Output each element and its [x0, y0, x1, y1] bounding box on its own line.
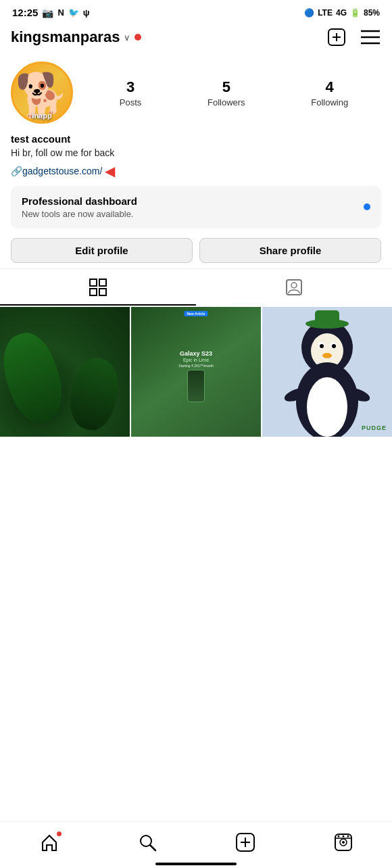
svg-rect-7	[99, 279, 106, 286]
content-tabs	[0, 268, 392, 306]
header-left: kingsmanparas ∨	[11, 28, 141, 46]
battery-icon: 🔋	[350, 8, 360, 18]
battery-percent: 85%	[364, 8, 380, 18]
add-post-button[interactable]	[326, 26, 347, 48]
grid-icon	[89, 279, 107, 296]
professional-dashboard[interactable]: Professional dashboard New tools are now…	[11, 186, 381, 228]
avatar-container[interactable]: 🐕 inapp	[11, 62, 73, 124]
avatar-label: inapp	[11, 112, 73, 120]
edit-profile-button[interactable]: Edit profile	[11, 238, 193, 263]
new-badge: New Article	[184, 311, 207, 316]
home-indicator	[155, 863, 237, 865]
pro-dot	[364, 203, 370, 210]
following-count: 4	[326, 78, 334, 96]
svg-point-35	[337, 836, 339, 838]
post-item[interactable]	[0, 307, 130, 437]
profile-name: test account	[11, 133, 381, 145]
profile-top: 🐕 inapp 3 Posts 5 Followers 4 Following	[11, 62, 381, 124]
username-label[interactable]: kingsmanparas	[11, 28, 120, 46]
samsung-title: Galaxy S23	[178, 350, 213, 357]
following-label: Following	[311, 97, 348, 107]
status-time: 12:25	[12, 7, 38, 18]
create-icon	[235, 832, 255, 852]
menu-button[interactable]	[360, 26, 381, 48]
reels-icon	[334, 833, 353, 852]
profile-bio: Hi br, foll ow me for back	[11, 147, 381, 160]
extra-icon: ψ	[83, 7, 90, 18]
action-buttons: Edit profile Share profile	[11, 238, 381, 263]
pudge-image	[262, 307, 392, 437]
post-item[interactable]: New Article Galaxy S23 Epic in Lime Star…	[131, 307, 261, 437]
posts-label: Posts	[120, 97, 142, 107]
followers-count: 5	[222, 78, 230, 96]
signal-bars-icon: 4G	[336, 8, 347, 18]
svg-rect-9	[99, 289, 106, 295]
svg-point-33	[342, 841, 345, 844]
status-left: 12:25 📷 N 🐦 ψ	[12, 7, 90, 18]
profile-link-row: 🔗 gadgetstouse.com/ ◀	[11, 163, 381, 179]
samsung-price: Starting ₹ 2917*/month	[178, 364, 213, 368]
svg-point-11	[291, 283, 297, 288]
pudge-label: PUDGE	[362, 425, 387, 431]
svg-point-17	[320, 344, 324, 348]
photo-grid: New Article Galaxy S23 Epic in Lime Star…	[0, 307, 392, 437]
svg-point-21	[307, 377, 347, 437]
tab-grid[interactable]	[0, 269, 196, 306]
nav-search[interactable]	[131, 830, 164, 854]
profile-stats: 3 Posts 5 Followers 4 Following	[87, 78, 381, 107]
followers-label: Followers	[207, 97, 245, 107]
red-arrow-annotation: ◀	[105, 163, 115, 179]
svg-point-36	[342, 836, 344, 838]
nav-reels[interactable]	[327, 830, 360, 854]
tab-tagged[interactable]	[196, 269, 392, 306]
nav-create[interactable]	[229, 830, 262, 854]
following-stat[interactable]: 4 Following	[311, 78, 348, 107]
bluetooth-icon: 🔵	[304, 8, 314, 18]
dropdown-chevron[interactable]: ∨	[124, 32, 130, 43]
svg-point-37	[347, 836, 349, 838]
status-right: 🔵 LTE 4G 🔋 85%	[304, 8, 380, 18]
svg-line-27	[150, 845, 155, 850]
instagram-status-icon: 📷	[42, 7, 53, 18]
svg-rect-23	[315, 310, 339, 325]
nav-home[interactable]	[33, 830, 66, 854]
pro-subtitle: New tools are now available.	[22, 209, 137, 219]
twitter-icon: 🐦	[68, 7, 79, 18]
samsung-subtitle: Epic in Lime	[178, 358, 213, 362]
svg-rect-6	[90, 279, 97, 286]
svg-point-18	[332, 344, 336, 348]
link-icon: 🔗	[11, 166, 22, 176]
profile-link-text[interactable]: gadgetstouse.com/	[22, 166, 102, 176]
posts-stat[interactable]: 3 Posts	[120, 78, 142, 107]
home-icon	[40, 833, 59, 852]
post-item[interactable]: PUDGE	[262, 307, 392, 437]
home-notification-dot	[57, 831, 62, 836]
share-profile-button[interactable]: Share profile	[199, 238, 381, 263]
followers-stat[interactable]: 5 Followers	[207, 78, 245, 107]
profile-section: 🐕 inapp 3 Posts 5 Followers 4 Following …	[0, 55, 392, 263]
home-bar-container	[0, 859, 392, 865]
wifi-icon: LTE	[318, 8, 333, 18]
person-tag-icon	[285, 279, 303, 296]
header-icons	[326, 26, 381, 48]
notification-dot	[134, 34, 141, 41]
pro-dashboard-text: Professional dashboard New tools are now…	[22, 195, 137, 219]
header: kingsmanparas ∨	[0, 22, 392, 55]
status-bar: 12:25 📷 N 🐦 ψ 🔵 LTE 4G 🔋 85%	[0, 0, 392, 22]
svg-rect-8	[90, 289, 97, 295]
phone-image	[187, 370, 205, 402]
svg-point-19	[322, 353, 332, 358]
pro-title: Professional dashboard	[22, 195, 137, 207]
search-icon	[138, 833, 157, 852]
bio-text: Hi br, foll ow me for back	[11, 147, 114, 158]
profile-info: test account Hi br, foll ow me for back …	[11, 133, 381, 179]
post-image-1	[0, 307, 130, 437]
signal-icon: N	[57, 7, 64, 18]
posts-count: 3	[126, 78, 134, 96]
